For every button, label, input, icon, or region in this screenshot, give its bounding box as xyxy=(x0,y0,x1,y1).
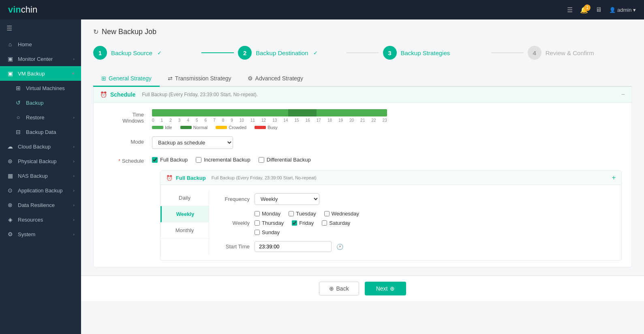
nas-backup-icon: ▦ xyxy=(6,172,14,179)
sidebar-item-home[interactable]: ⌂ Home xyxy=(0,37,81,52)
logo-prefix: vin xyxy=(8,4,21,15)
period-daily[interactable]: Daily xyxy=(160,190,209,206)
tuesday-input[interactable] xyxy=(289,211,294,216)
legend-crowded: Crowded xyxy=(216,125,246,130)
monday-checkbox[interactable]: Monday xyxy=(255,211,280,217)
thursday-checkbox[interactable]: Thursday xyxy=(255,220,284,226)
back-button[interactable]: ⊕ Back xyxy=(319,282,359,295)
hamburger-icon[interactable]: ☰ xyxy=(0,19,81,37)
sidebar-item-system[interactable]: ⚙ System › xyxy=(0,227,81,241)
admin-menu[interactable]: 👤 admin ▾ xyxy=(609,7,636,13)
mode-select[interactable]: Backup as schedule Manual Backup xyxy=(152,136,233,149)
resources-icon: ◈ xyxy=(6,216,14,223)
sidebar-item-monitor[interactable]: ▣ Monitor Center › xyxy=(0,52,81,66)
next-button[interactable]: Next ⊕ xyxy=(365,282,407,295)
days-row-2: Thursday Friday Saturday xyxy=(255,220,359,226)
chevron-right-icon: › xyxy=(73,203,75,207)
start-time-row: Start Time 🕐 xyxy=(217,241,613,252)
chevron-right-icon: › xyxy=(73,144,75,149)
notification-icon[interactable]: 🔔 1 xyxy=(580,6,588,14)
chevron-right-icon: › xyxy=(73,159,75,164)
saturday-checkbox[interactable]: Saturday xyxy=(322,220,350,226)
period-weekly[interactable]: Weekly xyxy=(160,206,209,222)
incremental-backup-input[interactable] xyxy=(196,157,201,163)
sidebar-item-label: Application Backup xyxy=(18,187,63,194)
sidebar-item-label: NAS Backup xyxy=(18,173,48,179)
clock-icon: 🕐 xyxy=(336,243,343,250)
minimize-icon[interactable]: − xyxy=(621,91,625,98)
differential-backup-checkbox[interactable]: Differential Backup xyxy=(259,157,311,163)
chevron-right-icon: › xyxy=(73,188,75,193)
main-layout: ☰ ⌂ Home ▣ Monitor Center › ▣ VM Backup … xyxy=(0,19,644,334)
vm-backup-icon: ▣ xyxy=(6,70,14,77)
schedule-clock-icon: ⏰ xyxy=(100,91,107,98)
sidebar-item-label: Backup xyxy=(26,100,43,106)
chevron-right-icon: › xyxy=(73,232,75,237)
sunday-checkbox[interactable]: Sunday xyxy=(255,229,280,235)
tuesday-checkbox[interactable]: Tuesday xyxy=(289,211,316,217)
sidebar-item-application-backup[interactable]: ⊙ Application Backup › xyxy=(0,183,81,198)
schedule-body: TimeWindows 0123456789101112131415161718… xyxy=(94,103,631,267)
start-time-input[interactable] xyxy=(255,241,332,252)
days-row-3: Sunday xyxy=(255,229,359,235)
saturday-input[interactable] xyxy=(322,220,327,226)
sidebar-item-virtual-machines[interactable]: ⊞ Virtual Machines xyxy=(0,81,81,95)
next-label: Next xyxy=(376,285,388,292)
friday-input[interactable] xyxy=(292,220,297,226)
next-circle-icon: ⊕ xyxy=(390,285,395,292)
sidebar-item-data-resilience[interactable]: ⊗ Data Resilience › xyxy=(0,198,81,212)
sidebar-item-backup-data[interactable]: ⊟ Backup Data xyxy=(0,125,81,139)
logo-suffix: chin xyxy=(21,4,37,15)
add-schedule-icon[interactable]: + xyxy=(612,174,616,181)
topbar-right: ☰ 🔔 1 🖥 👤 admin ▾ xyxy=(567,6,636,14)
sidebar-item-physical-backup[interactable]: ⊛ Physical Backup › xyxy=(0,154,81,168)
sidebar-item-label: System xyxy=(18,231,35,237)
tab-general-strategy[interactable]: ⊞ General Strategy xyxy=(93,71,160,87)
backup-data-icon: ⊟ xyxy=(15,129,22,135)
sidebar-item-vm-backup[interactable]: ▣ VM Backup ▾ xyxy=(0,66,81,81)
monitor-icon[interactable]: 🖥 xyxy=(595,6,602,13)
messages-icon[interactable]: ☰ xyxy=(567,6,573,14)
refresh-icon[interactable]: ↻ xyxy=(93,28,98,36)
sidebar-item-label: Resources xyxy=(18,217,43,223)
sidebar-item-resources[interactable]: ◈ Resources › xyxy=(0,212,81,227)
sidebar-item-restore[interactable]: ○ Restore › xyxy=(0,110,81,125)
step1-circle: 1 xyxy=(93,46,107,60)
frequency-select[interactable]: Weekly Daily Monthly xyxy=(255,193,319,205)
legend-normal: Normal xyxy=(180,125,208,130)
connector-3-4 xyxy=(491,52,524,53)
thursday-input[interactable] xyxy=(255,220,260,226)
idle-label: Idle xyxy=(165,125,172,130)
normal-label: Normal xyxy=(193,125,208,130)
period-monthly[interactable]: Monthly xyxy=(160,222,209,239)
full-backup-input[interactable] xyxy=(152,157,158,163)
differential-backup-input[interactable] xyxy=(259,157,264,163)
tab-transmission-strategy[interactable]: ⇄ Transmission Strategy xyxy=(160,71,240,87)
chevron-right-icon: › xyxy=(73,217,75,222)
back-label: Back xyxy=(336,285,349,292)
step3-label: Backup Strategies xyxy=(401,50,450,56)
wednesday-checkbox[interactable]: Wednesday xyxy=(324,211,359,217)
crowded-label: Crowded xyxy=(229,125,246,130)
time-windows-row: TimeWindows 0123456789101112131415161718… xyxy=(103,109,622,130)
monday-input[interactable] xyxy=(255,211,260,216)
sidebar-item-cloud-backup[interactable]: ☁ Cloud Backup › xyxy=(0,139,81,154)
frequency-row: Frequency Weekly Daily Monthly xyxy=(217,193,613,205)
step3-circle: 3 xyxy=(383,46,397,60)
chevron-down-icon: ▾ xyxy=(72,71,75,76)
full-backup-checkbox[interactable]: Full Backup xyxy=(152,157,188,163)
sunday-input[interactable] xyxy=(255,230,260,235)
sidebar-item-backup[interactable]: ↺ Backup xyxy=(0,95,81,110)
wednesday-input[interactable] xyxy=(324,211,329,216)
tab-advanced-strategy[interactable]: ⚙ Advanced Strategy xyxy=(240,71,311,87)
sidebar-item-nas-backup[interactable]: ▦ NAS Backup › xyxy=(0,168,81,183)
schedule-header-left: ⏰ Schedule Full Backup (Every Friday, 23… xyxy=(100,91,258,98)
step1-label: Backup Source xyxy=(111,50,152,56)
chevron-right-icon: › xyxy=(73,115,75,120)
incremental-backup-checkbox[interactable]: Incremental Backup xyxy=(196,157,250,163)
advanced-icon: ⚙ xyxy=(248,75,253,82)
notification-badge: 1 xyxy=(584,4,591,11)
friday-checkbox[interactable]: Friday xyxy=(292,220,314,226)
chevron-right-icon: › xyxy=(73,56,75,61)
sidebar-item-label: Virtual Machines xyxy=(26,85,65,91)
